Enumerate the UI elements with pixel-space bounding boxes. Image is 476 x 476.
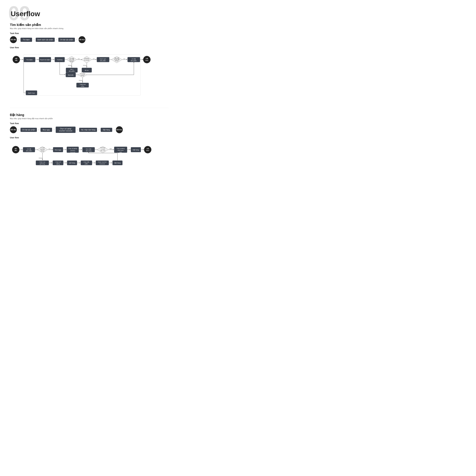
section-order-subtitle: Mục tiêu: giúp khách hàng đặt mua nhanh …	[10, 118, 169, 120]
node-buy-now: Mua ngay	[40, 128, 52, 132]
svg-text:Thêm vào: Thêm vào	[39, 161, 45, 163]
svg-text:Đủ thông: Đủ thông	[84, 58, 89, 59]
node-product-detail: Chi tiết sản phẩm	[58, 38, 75, 42]
svg-text:Danh mục: Danh mục	[28, 92, 35, 94]
node-select-options: Chọn số lượng/ voucher/ cococoin	[56, 127, 76, 133]
svg-text:Không: Không	[68, 65, 72, 66]
svg-text:đơn hàng: đơn hàng	[86, 150, 91, 152]
svg-text:Chọn voucher/: Chọn voucher/	[98, 161, 107, 163]
svg-text:Không: Không	[79, 80, 83, 81]
userflow-svg-1: Bắt đầu Tìm kiếm Thanh tìm kiếm Từ khóa …	[10, 51, 169, 101]
page-header: 09 Userflow	[10, 7, 169, 18]
svg-text:Tìm thấy: Tìm thấy	[69, 58, 74, 59]
svg-text:Kết: Kết	[146, 58, 148, 59]
section-search-title: Tìm kiếm sản phẩm	[10, 23, 169, 27]
svg-text:trống: trống	[81, 85, 84, 87]
node-start-1: Bắt đầu	[10, 36, 17, 43]
svg-text:Có: Có	[93, 58, 95, 59]
svg-text:đầu: đầu	[15, 150, 17, 151]
svg-text:Có đúng: Có đúng	[80, 73, 85, 75]
svg-text:sản phẩm: sản phẩm	[69, 59, 74, 61]
svg-text:Thanh tìm kiếm: Thanh tìm kiếm	[40, 59, 50, 61]
svg-text:không?: không?	[70, 61, 74, 62]
svg-text:có phù hợp: có phù hợp	[114, 59, 119, 60]
svg-text:Chọn số lượng/: Chọn số lượng/	[68, 148, 77, 149]
svg-text:Có muốn: Có muốn	[40, 147, 45, 149]
svg-text:Trạng thái: Trạng thái	[80, 84, 85, 85]
svg-text:Đặt hàng: Đặt hàng	[114, 162, 121, 164]
svg-text:Tìm kiếm: Tìm kiếm	[26, 59, 33, 61]
svg-text:Bộ lọc: Bộ lọc	[85, 69, 89, 71]
taskflow-row-2: Bắt đầu → Chi tiết sản phẩm → Mua ngay →…	[10, 126, 169, 133]
svg-text:Đúng thông: Đúng thông	[100, 147, 105, 148]
taskflow-label-1: Task flow	[10, 32, 169, 34]
svg-text:Không: Không	[39, 157, 43, 159]
svg-text:Kết: Kết	[147, 148, 149, 149]
arrow: →	[17, 128, 20, 131]
arrow: →	[76, 128, 79, 131]
svg-text:thức thanh: thức thanh	[118, 150, 124, 151]
svg-text:không?: không?	[41, 150, 44, 152]
svg-text:đầu: đầu	[15, 59, 17, 61]
svg-marker-55	[78, 72, 87, 77]
node-product-detail-2: Chi tiết sản phẩm	[20, 128, 37, 132]
userflow-container-1: Bắt đầu Tìm kiếm Thanh tìm kiếm Từ khóa …	[10, 51, 169, 101]
node-end-1: Kết thúc	[79, 36, 85, 43]
node-place-order: Đặt hàng	[101, 128, 112, 132]
svg-text:thúc: thúc	[145, 60, 148, 61]
arrow: →	[53, 128, 55, 131]
section-order-title: Đặt hàng	[10, 113, 169, 117]
svg-text:Chi tiết: Chi tiết	[27, 148, 31, 150]
svg-text:Cococoin: Cococoin	[70, 151, 75, 153]
taskflow-label-2: Task flow	[10, 122, 169, 125]
node-start-2: Bắt đầu	[10, 126, 17, 133]
svg-text:Giỏ hàng: Giỏ hàng	[69, 162, 75, 164]
divider-1	[10, 108, 169, 108]
arrow: →	[17, 38, 20, 41]
svg-text:Xác nhận: Xác nhận	[86, 148, 92, 150]
node-search: Tìm kiếm	[20, 38, 32, 42]
svg-text:tin người: tin người	[101, 149, 105, 150]
svg-text:Có: Có	[78, 58, 80, 59]
node-end-2: Kết thúc	[116, 126, 123, 133]
section-search: Tìm kiếm sản phẩm Mục tiêu: giúp khách h…	[10, 23, 169, 101]
svg-text:Không: Không	[83, 65, 87, 66]
svg-text:giỏ hàng: giỏ hàng	[40, 163, 45, 165]
svg-text:lượng: lượng	[56, 163, 60, 165]
arrow: →	[33, 38, 35, 41]
svg-text:Barcode: Barcode	[68, 74, 74, 76]
svg-text:Chọn sản: Chọn sản	[84, 161, 89, 163]
node-confirm-order: Xác nhận đơn hàng	[79, 128, 97, 132]
svg-text:Có: Có	[123, 58, 125, 59]
svg-text:thúc: thúc	[146, 150, 149, 151]
svg-text:mua luôn: mua luôn	[40, 149, 45, 150]
section-order: Đặt hàng Mục tiêu: giúp khách hàng đặt m…	[10, 113, 169, 193]
svg-text:Sản phẩm: Sản phẩm	[114, 57, 119, 59]
svg-text:sản phẩm: sản phẩm	[131, 60, 137, 62]
svg-text:Chọn số: Chọn số	[55, 161, 61, 163]
svg-text:tin không?: tin không?	[84, 59, 90, 61]
svg-text:Rồi: Rồi	[110, 148, 112, 150]
section-search-subtitle: Mục tiêu: giúp khách hàng tìm kiếm được …	[10, 27, 169, 30]
arrow: →	[113, 128, 115, 131]
svg-text:Danh sách: Danh sách	[100, 58, 106, 60]
svg-text:không?: không?	[115, 60, 119, 62]
svg-text:Mua ngay: Mua ngay	[55, 149, 61, 151]
svg-text:nhận chưa?: nhận chưa?	[100, 150, 106, 151]
userflow-label-2: User flow	[10, 136, 169, 139]
taskflow-row-1: Bắt đầu → Tìm kiếm → Danh sách sản phẩm …	[10, 36, 169, 43]
svg-text:Có: Có	[49, 148, 51, 150]
svg-text:toán: toán	[119, 151, 122, 153]
svg-text:Chọn phương: Chọn phương	[117, 148, 125, 149]
svg-text:Chi tiết: Chi tiết	[132, 58, 136, 60]
page-title: Userflow	[10, 7, 169, 18]
svg-text:sản phẩm: sản phẩm	[26, 150, 32, 152]
svg-text:Gợi ý: Gợi ý	[70, 68, 73, 70]
svg-text:Bắt: Bắt	[15, 148, 17, 149]
svg-text:Từ khóa: Từ khóa	[57, 59, 63, 61]
arrow: →	[55, 38, 58, 41]
userflow-svg-2: Bắt đầu Chi tiết sản phẩm Có muốn mua lu…	[10, 140, 169, 192]
node-product-list: Danh sách sản phẩm	[36, 38, 55, 42]
svg-text:Cococoin: Cococoin	[100, 163, 105, 165]
svg-text:không?: không?	[81, 75, 85, 76]
